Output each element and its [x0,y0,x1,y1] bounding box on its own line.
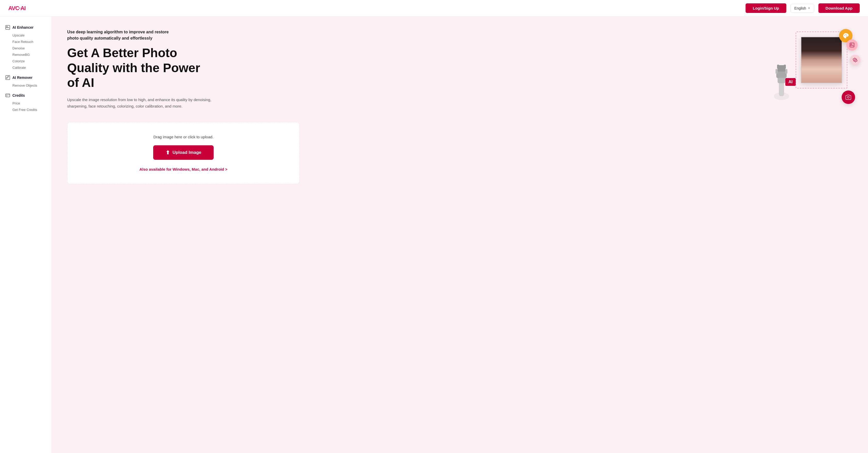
credits-label: Credits [12,93,25,97]
svg-point-17 [846,35,847,36]
app-layout: AI Enhancer Upscale Face Retouch Denoise… [0,17,868,453]
drag-text: Drag image here or click to upload. [76,135,291,139]
login-button[interactable]: Login/Sign Up [746,3,786,13]
sidebar-item-colorize[interactable]: Colorize [0,58,52,64]
main-content: Use deep learning algorithm to improve a… [52,17,868,453]
svg-rect-14 [784,65,786,69]
upload-icon: ⬆ [165,149,170,155]
sidebar-item-ai-remover[interactable]: AI Remover [0,73,52,82]
svg-rect-18 [850,43,854,47]
float-icon-image [846,39,858,51]
language-selector[interactable]: English ▼ [790,4,814,13]
float-icon-photo [842,90,855,104]
hero-description: Upscale the image resolution from low to… [67,96,212,110]
hero-illustration: AI [760,29,852,107]
credits-icon [5,93,10,98]
sidebar: AI Enhancer Upscale Face Retouch Denoise… [0,17,52,453]
float-icon-settings [850,55,860,65]
logo-text: AVC·AI [8,5,26,11]
svg-point-19 [851,44,852,45]
ai-remover-label: AI Remover [12,76,33,80]
svg-point-20 [847,96,849,98]
sidebar-item-ai-enhancer[interactable]: AI Enhancer [0,23,52,32]
upload-container[interactable]: Drag image here or click to upload. ⬆ Up… [67,122,300,184]
hero-text: Use deep learning algorithm to improve a… [67,29,212,110]
sidebar-item-price[interactable]: Price [0,100,52,107]
upload-button-label: Upload Image [173,150,201,155]
portrait-image [801,37,842,83]
sidebar-section-ai-enhancer: AI Enhancer Upscale Face Retouch Denoise… [0,23,52,71]
sidebar-section-ai-remover: AI Remover Remove Objects [0,73,52,89]
logo[interactable]: AVC·AI [8,5,26,11]
header: AVC·AI Login/Sign Up English ▼ Download … [0,0,868,17]
ai-badge: AI [785,78,796,86]
available-platforms-link[interactable]: Also available for Windows, Mac, and And… [76,167,291,171]
chevron-down-icon: ▼ [808,7,810,9]
sidebar-section-credits: Credits Price Get Free Credits [0,91,52,113]
hero-section: Use deep learning algorithm to improve a… [67,29,852,110]
portrait-frame [801,37,842,83]
ai-enhancer-label: AI Enhancer [12,25,34,29]
sidebar-item-denoise[interactable]: Denoise [0,45,52,52]
svg-rect-12 [785,69,787,74]
sidebar-item-get-free-credits[interactable]: Get Free Credits [0,107,52,113]
svg-point-1 [6,26,7,27]
sidebar-item-upscale[interactable]: Upscale [0,32,52,38]
language-label: English [795,6,806,10]
svg-point-15 [844,35,845,36]
sidebar-item-remove-objects[interactable]: Remove Objects [0,82,52,89]
hero-title: Get A Better Photo Quality with the Powe… [67,46,212,90]
svg-rect-13 [777,65,779,69]
sidebar-item-credits[interactable]: Credits [0,91,52,100]
svg-rect-11 [776,69,778,74]
svg-rect-3 [6,94,10,97]
hero-subtitle: Use deep learning algorithm to improve a… [67,29,212,41]
header-right: Login/Sign Up English ▼ Download App [746,3,860,13]
upload-button[interactable]: ⬆ Upload Image [153,145,214,160]
sidebar-item-calibrate[interactable]: Calibrate [0,64,52,71]
download-button[interactable]: Download App [818,3,860,13]
sidebar-item-face-retouch[interactable]: Face Retouch [0,38,52,45]
svg-point-16 [845,34,846,35]
sidebar-item-removebg[interactable]: RemoveBG [0,52,52,58]
edit-icon [5,75,10,80]
image-icon [5,25,10,30]
